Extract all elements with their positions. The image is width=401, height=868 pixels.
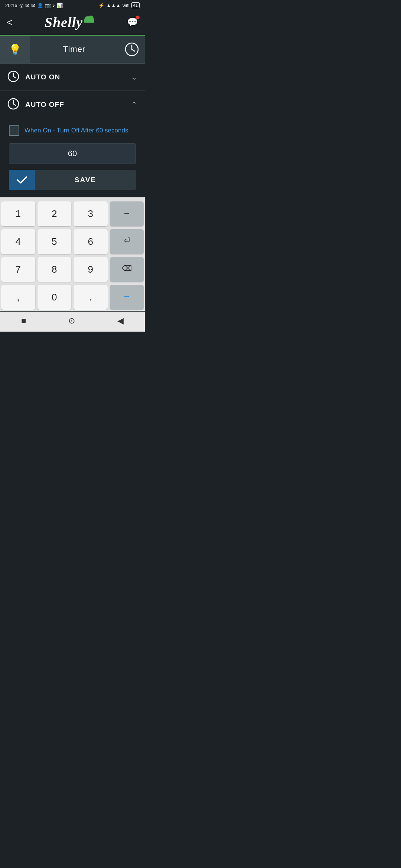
location-icon: ◎ bbox=[19, 3, 23, 8]
key-period[interactable]: . bbox=[74, 285, 108, 310]
svg-rect-3 bbox=[84, 20, 94, 23]
key-6[interactable]: 6 bbox=[74, 229, 108, 254]
timer-tab-text: Timer bbox=[63, 45, 85, 54]
tab-bar: 💡 Timer bbox=[0, 36, 145, 63]
auto-on-row[interactable]: AUTO ON ⌄ bbox=[0, 64, 145, 91]
chart-icon: 📊 bbox=[57, 3, 63, 8]
key-enter[interactable]: ⏎ bbox=[110, 229, 144, 254]
auto-off-chevron-up: ⌃ bbox=[131, 100, 137, 109]
notification-button[interactable]: 💬 bbox=[127, 17, 138, 27]
mail-icon-2: ✉ bbox=[31, 3, 35, 8]
numeric-keyboard: 1 2 3 − 4 5 6 ⏎ 7 8 9 ⌫ , 0 . → bbox=[0, 197, 145, 311]
auto-off-expanded: When On - Turn Off After 60 seconds 60 S… bbox=[0, 118, 145, 197]
music-icon: ♪ bbox=[53, 3, 55, 8]
save-check-button[interactable] bbox=[9, 170, 35, 190]
nav-back-button[interactable]: ◀ bbox=[117, 316, 124, 326]
status-bar: 20:16 ◎ ✉ ✉ 👤 📷 ♪ 📊 ⚡ ▲▲▲ wifi 41 bbox=[0, 0, 145, 10]
auto-off-checkbox[interactable] bbox=[9, 125, 19, 136]
shelly-logo-text: Shelly bbox=[45, 14, 83, 30]
auto-on-clock-icon bbox=[7, 70, 19, 84]
auto-on-chevron-down: ⌄ bbox=[131, 73, 137, 82]
notification-badge bbox=[136, 16, 140, 19]
key-9[interactable]: 9 bbox=[74, 257, 108, 282]
auto-off-text1: When On - Turn Off After bbox=[25, 127, 96, 134]
tab-light-icon-box[interactable]: 💡 bbox=[0, 36, 30, 63]
key-7[interactable]: 7 bbox=[1, 257, 35, 282]
auto-off-row[interactable]: AUTO OFF ⌃ bbox=[0, 91, 145, 118]
key-8[interactable]: 8 bbox=[38, 257, 72, 282]
key-2[interactable]: 2 bbox=[38, 201, 72, 226]
keyboard-row-4: , 0 . → bbox=[0, 284, 145, 311]
auto-on-label: AUTO ON bbox=[25, 73, 131, 81]
bluetooth-icon: ⚡ bbox=[98, 3, 104, 8]
keyboard-row-3: 7 8 9 ⌫ bbox=[0, 256, 145, 283]
keyboard-row-2: 4 5 6 ⏎ bbox=[0, 228, 145, 255]
auto-off-desc: When On - Turn Off After 60 seconds bbox=[25, 127, 128, 134]
key-comma[interactable]: , bbox=[1, 285, 35, 310]
auto-off-clock-icon bbox=[7, 98, 19, 111]
seconds-input[interactable]: 60 bbox=[9, 143, 136, 164]
cloud-icon bbox=[84, 14, 95, 24]
status-left: 20:16 ◎ ✉ ✉ 👤 📷 ♪ 📊 bbox=[5, 3, 63, 8]
nav-home-button[interactable]: ⊙ bbox=[68, 316, 75, 326]
auto-off-label: AUTO OFF bbox=[25, 101, 131, 109]
svg-line-9 bbox=[13, 76, 16, 78]
back-button[interactable]: < bbox=[7, 17, 12, 28]
battery-indicator: 41 bbox=[131, 2, 140, 8]
status-time: 20:16 bbox=[5, 3, 17, 8]
auto-off-seconds-highlight: 60 bbox=[96, 127, 103, 134]
save-row: SAVE bbox=[9, 170, 136, 190]
signal-icon: ▲▲▲ bbox=[106, 3, 121, 8]
tab-timer-label[interactable]: Timer bbox=[30, 36, 119, 63]
auto-off-text2: seconds bbox=[103, 127, 128, 134]
light-bulb-icon: 💡 bbox=[9, 43, 22, 56]
header-title: Shelly bbox=[45, 14, 95, 30]
keyboard-row-1: 1 2 3 − bbox=[0, 200, 145, 227]
key-1[interactable]: 1 bbox=[1, 201, 35, 226]
wifi-icon: wifi bbox=[123, 3, 130, 8]
navigation-bar: ■ ⊙ ◀ bbox=[0, 312, 145, 332]
save-button[interactable]: SAVE bbox=[35, 170, 136, 190]
auto-off-checkbox-row: When On - Turn Off After 60 seconds bbox=[9, 125, 136, 136]
key-4[interactable]: 4 bbox=[1, 229, 35, 254]
nav-stop-button[interactable]: ■ bbox=[21, 316, 26, 326]
person-icon: 👤 bbox=[37, 3, 43, 8]
mail-icon-1: ✉ bbox=[25, 3, 29, 8]
key-backspace[interactable]: ⌫ bbox=[110, 257, 144, 282]
key-3[interactable]: 3 bbox=[74, 201, 108, 226]
key-go[interactable]: → bbox=[110, 285, 144, 310]
key-minus[interactable]: − bbox=[110, 201, 144, 226]
app-header: < Shelly 💬 bbox=[0, 10, 145, 36]
clock-icon bbox=[125, 42, 139, 56]
svg-line-6 bbox=[132, 49, 135, 51]
key-0[interactable]: 0 bbox=[38, 285, 72, 310]
svg-line-12 bbox=[13, 104, 16, 105]
instagram-icon: 📷 bbox=[45, 3, 51, 8]
tab-clock-icon-box[interactable] bbox=[119, 36, 145, 63]
key-5[interactable]: 5 bbox=[38, 229, 72, 254]
status-right: ⚡ ▲▲▲ wifi 41 bbox=[98, 2, 140, 8]
logo-row: Shelly bbox=[45, 14, 95, 30]
